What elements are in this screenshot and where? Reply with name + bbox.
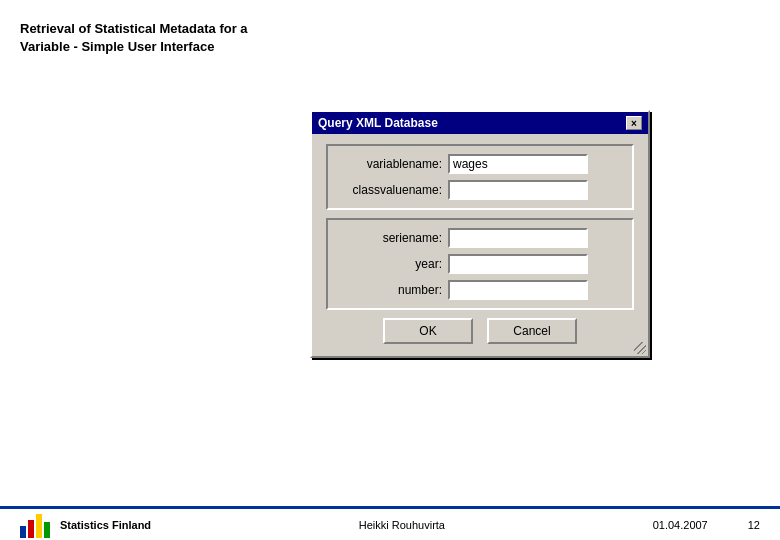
- input-year[interactable]: [448, 254, 588, 274]
- input-classvaluename[interactable]: [448, 180, 588, 200]
- field-row-number: number:: [338, 280, 622, 300]
- button-row: OK Cancel: [326, 318, 634, 344]
- dialog-window: Query XML Database × variablename: class…: [310, 110, 650, 358]
- dialog-close-button[interactable]: ×: [626, 116, 642, 130]
- resize-grip: [634, 342, 646, 354]
- footer-author: Heikki Rouhuvirta: [359, 519, 445, 531]
- label-classvaluename: classvaluename:: [338, 183, 448, 197]
- footer-date: 01.04.2007: [653, 519, 708, 531]
- logo-icon: [20, 512, 52, 538]
- label-year: year:: [338, 257, 448, 271]
- label-variablename: variablename:: [338, 157, 448, 171]
- svg-rect-0: [20, 526, 26, 538]
- svg-rect-2: [36, 514, 42, 538]
- svg-rect-3: [44, 522, 50, 538]
- footer-page: 12: [748, 519, 760, 531]
- footer-right: 01.04.2007 12: [653, 519, 760, 531]
- ok-button[interactable]: OK: [383, 318, 473, 344]
- dialog-titlebar: Query XML Database ×: [312, 112, 648, 134]
- input-variablename[interactable]: [448, 154, 588, 174]
- footer: Statistics Finland Heikki Rouhuvirta 01.…: [0, 506, 780, 540]
- field-row-classvaluename: classvaluename:: [338, 180, 622, 200]
- svg-rect-1: [28, 520, 34, 538]
- dialog-body: variablename: classvaluename: seriename:…: [312, 134, 648, 356]
- field-row-seriename: seriename:: [338, 228, 622, 248]
- field-row-variablename: variablename:: [338, 154, 622, 174]
- dialog-title: Query XML Database: [318, 116, 438, 130]
- footer-logo-text: Statistics Finland: [60, 519, 151, 531]
- input-seriename[interactable]: [448, 228, 588, 248]
- footer-logo: Statistics Finland: [20, 512, 151, 538]
- label-number: number:: [338, 283, 448, 297]
- section-panel-1: variablename: classvaluename:: [326, 144, 634, 210]
- section-panel-2: seriename: year: number:: [326, 218, 634, 310]
- cancel-button[interactable]: Cancel: [487, 318, 577, 344]
- input-number[interactable]: [448, 280, 588, 300]
- field-row-year: year:: [338, 254, 622, 274]
- page-title: Retrieval of Statistical Metadata for a …: [20, 20, 260, 56]
- label-seriename: seriename:: [338, 231, 448, 245]
